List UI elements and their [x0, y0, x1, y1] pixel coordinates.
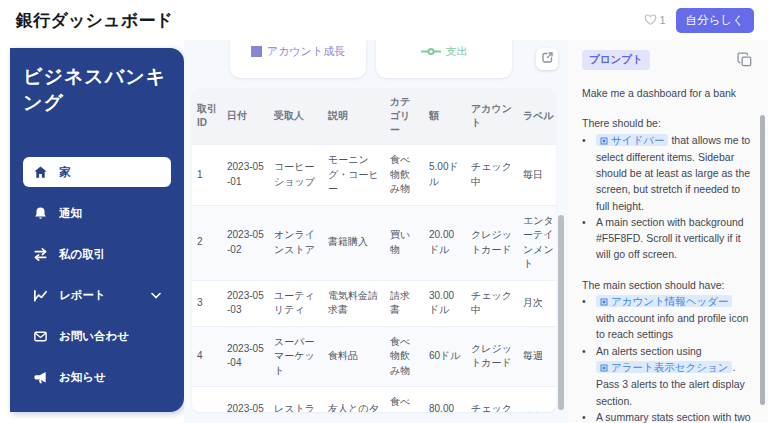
prompt-paragraph: There should be:: [582, 115, 754, 131]
table-cell: 80.00ドル: [424, 387, 466, 413]
sidebar-item-label: お問い合わせ: [59, 329, 129, 344]
component-icon: [600, 133, 608, 149]
prompt-paragraph: The main section should have:: [582, 277, 754, 293]
likes-counter[interactable]: 1: [644, 13, 666, 28]
component-chip: アカウント情報ヘッダー: [596, 295, 732, 307]
table-cell: レストラン: [269, 387, 323, 413]
likes-count: 1: [660, 14, 666, 26]
expand-button[interactable]: [536, 48, 558, 70]
table-cell: 毎日: [518, 145, 556, 206]
mail-icon: [33, 329, 48, 344]
table-cell: ユーティリティ: [269, 280, 323, 326]
sidebar-item-contact[interactable]: お問い合わせ: [23, 321, 171, 351]
column-header: 日付: [222, 88, 269, 145]
prompt-bullet: •サイドバー that allows me to select differen…: [582, 132, 754, 214]
table-cell: 2: [192, 205, 222, 280]
sidebar: ビジネスバンキング 家 通知: [10, 48, 184, 412]
table-cell: 請求書: [385, 280, 424, 326]
prompt-paragraph: Make me a dashboard for a bank: [582, 85, 754, 101]
account-growth-chart-card: アカウント成長: [230, 40, 366, 78]
table-cell: 食料品: [323, 326, 385, 387]
component-chip: サイドバー: [596, 134, 668, 146]
sidebar-item-label: 私の取引: [59, 247, 105, 262]
prompt-bullet: •An alerts section using アラート表示セクション. Pa…: [582, 343, 754, 409]
table-cell: オンラインストア: [269, 205, 323, 280]
table-cell: クレジットカード: [466, 205, 518, 280]
table-cell: スーパーマーケット: [269, 326, 323, 387]
table-cell: 毎週: [518, 326, 556, 387]
main-section: アカウント成長 支出 取引ID日付受取人説明カテゴリー額アカウントラベル: [184, 40, 568, 423]
legend-label-account-growth: アカウント成長: [267, 44, 345, 59]
prompt-text: Make me a dashboard for a bankThere shou…: [582, 85, 754, 423]
sidebar-item-reports[interactable]: レポート: [23, 280, 171, 310]
table-header-row: 取引ID日付受取人説明カテゴリー額アカウントラベル: [192, 88, 556, 145]
table-cell: チェック中: [466, 145, 518, 206]
sidebar-column: ビジネスバンキング 家 通知: [0, 40, 184, 423]
line-legend-marker: [421, 46, 441, 58]
chart-cards-row: アカウント成長 支出: [230, 40, 568, 78]
sidebar-item-transactions[interactable]: 私の取引: [23, 239, 171, 269]
column-header: カテゴリー: [385, 88, 424, 145]
panel-scrollbar-thumb[interactable]: [760, 115, 765, 405]
table-cell: 1: [192, 145, 222, 206]
table-cell: 買い物: [385, 205, 424, 280]
table-cell: 20.00ドル: [424, 205, 466, 280]
table-cell: 5: [192, 387, 222, 413]
column-header: 説明: [323, 88, 385, 145]
external-link-icon: [541, 51, 554, 67]
sidebar-item-label: 通知: [59, 206, 82, 221]
prompt-bullet: •A summary stats section with two charts…: [582, 409, 754, 423]
column-header: 取引ID: [192, 88, 222, 145]
sidebar-item-label: レポート: [59, 288, 106, 303]
personalize-button[interactable]: 自分らしく: [676, 8, 754, 33]
component-chip: アラート表示セクション: [596, 361, 732, 373]
column-header: 額: [424, 88, 466, 145]
top-header: 銀行ダッシュボード 1 自分らしく: [0, 0, 768, 40]
table-row: 22023-05-02オンラインストア書籍購入買い物20.00ドルクレジットカー…: [192, 205, 556, 280]
table-cell: 食べ物飲み物: [385, 326, 424, 387]
table-cell: 2023-05-04: [222, 326, 269, 387]
transactions-table-card: 取引ID日付受取人説明カテゴリー額アカウントラベル 12023-05-01コーヒ…: [192, 88, 556, 412]
table-cell: エンターテインメント: [518, 205, 556, 280]
component-icon: [600, 360, 608, 376]
table-row: 32023-05-03ユーティリティ電気料金請求書請求書30.00ドルチェック中…: [192, 280, 556, 326]
copy-button[interactable]: [735, 50, 754, 72]
table-cell: 60ドル: [424, 326, 466, 387]
sidebar-item-notifications[interactable]: 通知: [23, 198, 171, 228]
sidebar-title: ビジネスバンキング: [23, 64, 171, 115]
page-title: 銀行ダッシュボード: [16, 9, 173, 32]
main-scrollbar-thumb[interactable]: [558, 215, 564, 410]
table-row: 52023-05-05レストラン友人との夕食食べ物飲み物80.00ドルチェック中…: [192, 387, 556, 413]
sidebar-item-label: お知らせ: [59, 370, 106, 385]
table-cell: 友人との夕食: [323, 387, 385, 413]
megaphone-icon: [33, 370, 48, 385]
table-cell: チェック中: [466, 387, 518, 413]
column-header: ラベル: [518, 88, 556, 145]
chevron-down-icon: [151, 289, 161, 301]
table-row: 12023-05-01コーヒーショップモーニング・コーヒー食べ物飲み物5.00ド…: [192, 145, 556, 206]
table-cell: 書籍購入: [323, 205, 385, 280]
prompt-badge: プロンプト: [582, 50, 650, 70]
table-cell: 3: [192, 280, 222, 326]
table-cell: モーニング・コーヒー: [323, 145, 385, 206]
table-cell: 5.00ドル: [424, 145, 466, 206]
table-cell: 食べ物飲み物: [385, 387, 424, 413]
sidebar-nav: 家 通知 私の取引: [23, 157, 171, 392]
transfer-icon: [33, 247, 48, 262]
spending-chart-card: 支出: [376, 40, 512, 78]
sidebar-item-announcements[interactable]: お知らせ: [23, 362, 171, 392]
transactions-table: 取引ID日付受取人説明カテゴリー額アカウントラベル 12023-05-01コーヒ…: [192, 88, 556, 412]
component-icon: [600, 294, 608, 310]
table-cell: 電気料金請求書: [323, 280, 385, 326]
table-cell: 2023-05-01: [222, 145, 269, 206]
chart-icon: [33, 288, 48, 303]
table-cell: コーヒーショップ: [269, 145, 323, 206]
prompt-bullet: •A main section with background #F5F8FD.…: [582, 214, 754, 263]
bar-legend-marker: [251, 46, 262, 57]
sidebar-item-home[interactable]: 家: [23, 157, 171, 187]
prompt-panel: プロンプト Make me a dashboard for a bankTher…: [568, 40, 768, 423]
prompt-bullet: •アカウント情報ヘッダー with account info and profi…: [582, 293, 754, 343]
table-cell: クレジットカード: [466, 326, 518, 387]
column-header: アカウント: [466, 88, 518, 145]
table-row: 42023-05-04スーパーマーケット食料品食べ物飲み物60ドルクレジットカー…: [192, 326, 556, 387]
